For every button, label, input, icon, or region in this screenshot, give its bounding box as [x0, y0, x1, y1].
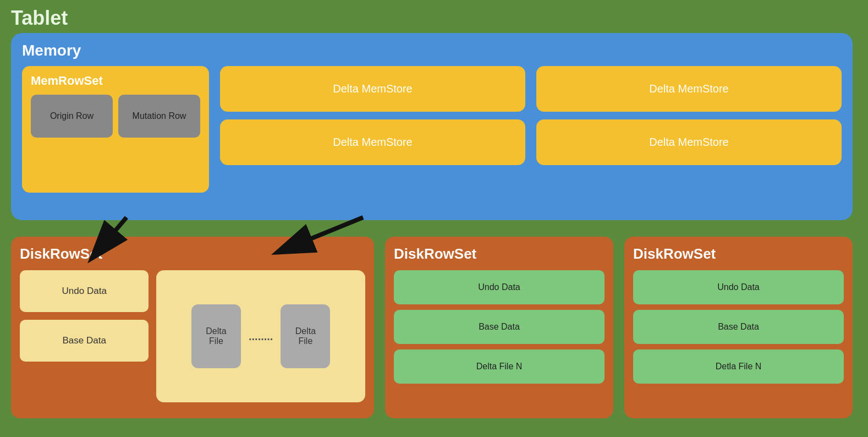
- small2-detla-file-n: Detla File N: [633, 349, 844, 384]
- disk-rowset-small-1-title: DiskRowSet: [394, 245, 605, 263]
- memory-section: Memory MemRowSet Origin Row Mutation Row…: [11, 33, 853, 220]
- memory-inner: MemRowSet Origin Row Mutation Row Delta …: [22, 66, 842, 193]
- small2-undo-data: Undo Data: [633, 270, 844, 304]
- small2-base-data: Base Data: [633, 310, 844, 344]
- undo-base-column: Undo Data Base Data: [20, 270, 149, 402]
- undo-data-box: Undo Data: [20, 270, 149, 312]
- page-title: Tablet: [11, 7, 68, 30]
- delta-files-area: DeltaFile ........ DeltaFile: [156, 270, 365, 402]
- small1-delta-file-n: Delta File N: [394, 349, 605, 384]
- delta-memstore-3: Delta MemStore: [536, 66, 842, 112]
- small1-undo-data: Undo Data: [394, 270, 605, 304]
- delta-file-2: DeltaFile: [281, 304, 330, 368]
- small1-base-data: Base Data: [394, 310, 605, 344]
- mem-rowset: MemRowSet Origin Row Mutation Row: [22, 66, 209, 193]
- dots: ........: [245, 330, 276, 343]
- bottom-row: DiskRowSet Undo Data Base Data DeltaFile…: [11, 237, 853, 418]
- disk-rowset-large: DiskRowSet Undo Data Base Data DeltaFile…: [11, 237, 374, 418]
- base-data-box: Base Data: [20, 320, 149, 362]
- delta-memstore-4: Delta MemStore: [536, 119, 842, 165]
- delta-memstore-1: Delta MemStore: [220, 66, 525, 112]
- row-boxes: Origin Row Mutation Row: [31, 95, 200, 138]
- disk-rowset-small-1: DiskRowSet Undo Data Base Data Delta Fil…: [385, 237, 613, 418]
- mutation-row-box: Mutation Row: [118, 95, 200, 138]
- disk-rowset-small-2-title: DiskRowSet: [633, 245, 844, 263]
- delta-column-2: Delta MemStore Delta MemStore: [536, 66, 842, 165]
- origin-row-box: Origin Row: [31, 95, 113, 138]
- delta-column-1: Delta MemStore Delta MemStore: [220, 66, 525, 165]
- delta-memstore-2: Delta MemStore: [220, 119, 525, 165]
- disk-rowset-small-2: DiskRowSet Undo Data Base Data Detla Fil…: [624, 237, 853, 418]
- memory-title: Memory: [22, 42, 842, 59]
- mem-rowset-title: MemRowSet: [31, 74, 200, 88]
- disk-rowset-large-inner: Undo Data Base Data DeltaFile ........ D…: [20, 270, 365, 402]
- disk-rowset-large-title: DiskRowSet: [20, 245, 365, 263]
- delta-file-1: DeltaFile: [191, 304, 241, 368]
